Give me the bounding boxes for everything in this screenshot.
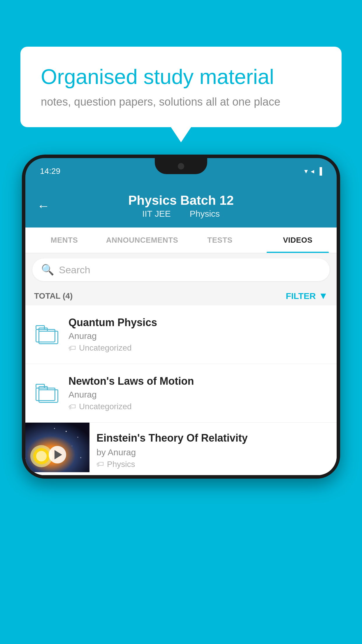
folder-back-layer2 xyxy=(38,331,58,344)
folder-tab-layer2 xyxy=(38,328,48,331)
search-bar[interactable]: 🔍 Search xyxy=(32,258,330,281)
notch xyxy=(155,158,207,174)
svg-point-6 xyxy=(72,446,72,446)
svg-point-5 xyxy=(78,437,78,438)
tabs-bar: MENTS ANNOUNCEMENTS TESTS VIDEOS xyxy=(25,228,337,253)
filter-funnel-icon: ▼ xyxy=(319,290,328,301)
folder-tab-layer2 xyxy=(38,386,48,390)
status-bar: 14:29 ▾ ◂ ▐ xyxy=(25,158,337,184)
tag-label: Physics xyxy=(107,460,135,469)
bubble-subtitle: notes, question papers, solutions all at… xyxy=(41,96,321,108)
signal-icon: ◂ xyxy=(311,167,314,175)
item-tag: 🏷 Uncategorized xyxy=(68,402,328,411)
app-header: ← Physics Batch 12 IIT JEE Physics xyxy=(25,184,337,228)
folder-back-layer2 xyxy=(38,389,58,403)
item-author: Anurag xyxy=(68,331,328,341)
svg-point-4 xyxy=(66,431,67,432)
speech-bubble: Organised study material notes, question… xyxy=(20,47,342,127)
folder-icon xyxy=(36,325,59,344)
tag-icon: 🏷 xyxy=(68,402,76,411)
status-icons: ▾ ◂ ▐ xyxy=(304,167,322,175)
camera-dot xyxy=(178,163,184,169)
list-item-thumb[interactable]: Einstein's Theory Of Relativity by Anura… xyxy=(25,423,337,475)
phone: 14:29 ▾ ◂ ▐ ← Physics Batch 12 xyxy=(22,155,340,479)
item-icon-wrap xyxy=(34,384,60,403)
header-subtitle: IIT JEE Physics xyxy=(128,209,234,219)
item-tag: 🏷 Physics xyxy=(96,460,331,469)
tab-announcements[interactable]: ANNOUNCEMENTS xyxy=(103,228,181,253)
item-title: Quantum Physics xyxy=(68,316,328,329)
filter-button[interactable]: FILTER ▼ xyxy=(286,290,328,301)
video-list: Quantum Physics Anurag 🏷 Uncategorized xyxy=(25,305,337,475)
status-time: 14:29 xyxy=(40,167,60,176)
header-subtitle-physics: Physics xyxy=(190,209,220,218)
back-button[interactable]: ← xyxy=(37,199,50,213)
svg-point-3 xyxy=(36,451,47,461)
header-center: Physics Batch 12 IIT JEE Physics xyxy=(128,193,234,219)
tab-ments[interactable]: MENTS xyxy=(25,228,103,253)
filter-row: TOTAL (4) FILTER ▼ xyxy=(25,286,337,305)
tab-tests[interactable]: TESTS xyxy=(181,228,259,253)
tag-icon: 🏷 xyxy=(96,460,104,469)
search-icon: 🔍 xyxy=(41,264,54,276)
play-triangle-icon xyxy=(55,450,62,459)
phone-screen: ← Physics Batch 12 IIT JEE Physics MENTS xyxy=(25,184,337,475)
thumb-info: Einstein's Theory Of Relativity by Anura… xyxy=(89,423,337,475)
list-item[interactable]: Newton's Laws of Motion Anurag 🏷 Uncateg… xyxy=(25,364,337,423)
total-count: TOTAL (4) xyxy=(34,291,73,301)
item-title: Einstein's Theory Of Relativity xyxy=(96,431,331,445)
tag-icon: 🏷 xyxy=(68,344,76,353)
search-placeholder: Search xyxy=(59,264,90,276)
background: Organised study material notes, question… xyxy=(0,0,362,644)
item-info: Quantum Physics Anurag 🏷 Uncategorized xyxy=(68,316,328,353)
tag-label: Uncategorized xyxy=(79,343,132,353)
speech-bubble-wrapper: Organised study material notes, question… xyxy=(20,47,342,127)
item-author: Anurag xyxy=(68,390,328,400)
list-item[interactable]: Quantum Physics Anurag 🏷 Uncategorized xyxy=(25,305,337,364)
bubble-title: Organised study material xyxy=(41,64,321,89)
header-subtitle-iit: IIT JEE xyxy=(142,209,171,218)
item-title: Newton's Laws of Motion xyxy=(68,375,328,387)
battery-icon: ▐ xyxy=(317,167,322,175)
item-info: Newton's Laws of Motion Anurag 🏷 Uncateg… xyxy=(68,375,328,411)
play-button[interactable] xyxy=(49,446,66,463)
folder-icon xyxy=(36,384,59,403)
search-bar-wrapper: 🔍 Search xyxy=(25,253,337,286)
svg-point-7 xyxy=(54,428,55,429)
phone-wrapper: 14:29 ▾ ◂ ▐ ← Physics Batch 12 xyxy=(22,155,340,479)
tab-videos[interactable]: VIDEOS xyxy=(259,228,337,253)
svg-point-8 xyxy=(80,457,81,458)
filter-label: FILTER xyxy=(286,291,316,301)
item-tag: 🏷 Uncategorized xyxy=(68,343,328,353)
header-title: Physics Batch 12 xyxy=(128,193,234,208)
tag-label: Uncategorized xyxy=(79,402,132,411)
thumbnail-wrap xyxy=(25,423,89,472)
item-icon-wrap xyxy=(34,325,60,344)
item-author: by Anurag xyxy=(96,447,331,457)
wifi-icon: ▾ xyxy=(304,167,308,175)
header-subtitle-sep xyxy=(179,209,184,218)
